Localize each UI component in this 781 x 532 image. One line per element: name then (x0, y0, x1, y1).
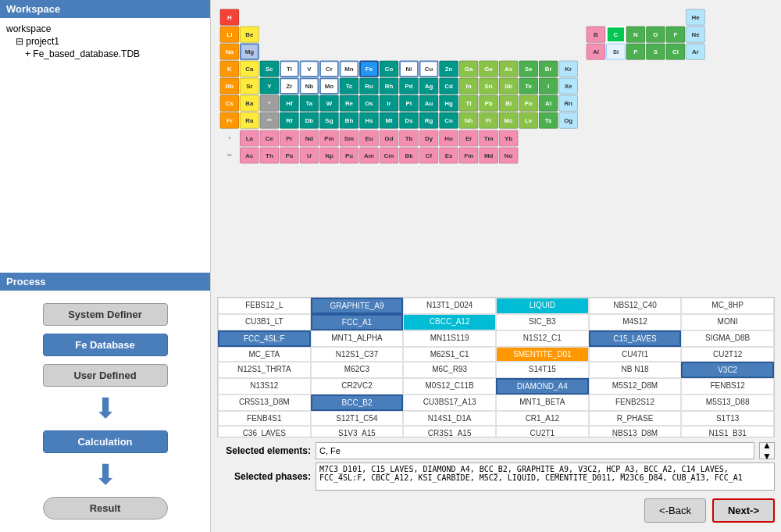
element-Fl[interactable]: Fl (479, 112, 498, 129)
element-P[interactable]: P (626, 44, 646, 60)
element-Sb[interactable]: Sb (499, 78, 519, 95)
element-W[interactable]: W (319, 95, 339, 112)
element-Ta[interactable]: Ta (300, 95, 319, 112)
element-Bk[interactable]: Bk (399, 147, 419, 163)
element-Hg[interactable]: Hg (439, 95, 458, 112)
fe-database-button[interactable]: Fe Database (43, 334, 168, 356)
selected-elements-input[interactable] (316, 442, 754, 459)
element-Cu[interactable]: Cu (419, 61, 439, 77)
element-Rn[interactable]: Rn (558, 95, 578, 112)
element-Dy[interactable]: Dy (419, 130, 439, 146)
element-Er[interactable]: Er (459, 130, 479, 146)
element-H[interactable]: H (220, 9, 240, 26)
phase-cell[interactable]: N14S1_D1A (403, 411, 496, 426)
element-Co[interactable]: Co (380, 61, 399, 77)
phase-cell[interactable]: MC_8HP (681, 298, 774, 314)
element-Al[interactable]: Al (587, 44, 606, 60)
element-Gd[interactable]: Gd (380, 130, 399, 146)
phase-cell[interactable]: C36_LAVES (218, 426, 311, 437)
element-Bh[interactable]: Bh (340, 112, 359, 129)
phase-cell[interactable]: S1V3_A15 (311, 426, 404, 437)
phase-cell[interactable]: CU3B1_LT (218, 314, 311, 330)
element-Sc[interactable]: Sc (260, 61, 280, 77)
phase-cell[interactable]: S14T15 (496, 362, 589, 378)
element-Rg[interactable]: Rg (419, 112, 439, 129)
element-Rh[interactable]: Rh (380, 78, 399, 95)
element-Se[interactable]: Se (519, 61, 538, 77)
tree-project1[interactable]: ⊟ project1 (6, 35, 204, 48)
element-I[interactable]: I (539, 78, 558, 95)
element-Si[interactable]: Si (606, 44, 626, 60)
phase-cell[interactable]: MONI (681, 314, 774, 330)
element-Rf[interactable]: Rf (280, 112, 299, 129)
element-B[interactable]: B (587, 27, 606, 43)
element-Ho[interactable]: Ho (439, 130, 458, 146)
element-Tc[interactable]: Tc (340, 78, 359, 95)
phase-cell[interactable]: M6C_R93 (403, 362, 496, 378)
phase-cell[interactable]: CU2T1 (496, 426, 589, 437)
phase-cell[interactable]: CR5S13_D8M (218, 395, 311, 411)
element-K[interactable]: K (220, 61, 240, 77)
phase-cell[interactable]: MNT1_ALPHA (311, 330, 404, 347)
element-No[interactable]: No (499, 147, 519, 163)
element-Ni[interactable]: Ni (399, 61, 419, 77)
element-Ag[interactable]: Ag (419, 78, 439, 95)
element-Ra[interactable]: Ra (240, 112, 259, 129)
element-Ba[interactable]: Ba (240, 95, 259, 112)
element-Sn[interactable]: Sn (479, 78, 498, 95)
element-S[interactable]: S (646, 44, 665, 60)
phase-cell[interactable]: N1S1_B31 (681, 426, 774, 437)
element-Ge[interactable]: Ge (479, 61, 498, 77)
phase-cell[interactable]: DIAMOND_A4 (496, 378, 589, 395)
phase-cell[interactable]: FENB4S1 (218, 411, 311, 426)
back-button[interactable]: <-Back (644, 498, 706, 523)
element-Re[interactable]: Re (340, 95, 359, 112)
phase-cell[interactable]: FEBS12_L (218, 298, 311, 314)
phase-cell[interactable]: N1S12_C1 (496, 330, 589, 347)
element-Os[interactable]: Os (359, 95, 379, 112)
phase-cell[interactable]: N12S1_THRTA (218, 362, 311, 378)
element-Mn[interactable]: Mn (340, 61, 359, 77)
element-Po[interactable]: Po (519, 95, 538, 112)
element-Cs[interactable]: Cs (220, 95, 240, 112)
phase-cell[interactable]: FCC_A1 (311, 314, 404, 330)
element-Og[interactable]: Og (558, 112, 578, 129)
phase-cell[interactable]: CBCC_A12 (403, 314, 496, 330)
phase-cell[interactable]: NB N18 (589, 362, 682, 378)
phase-cell[interactable]: NBS12_C40 (589, 298, 682, 314)
element-Cr[interactable]: Cr (319, 61, 339, 77)
element-Ne[interactable]: Ne (686, 27, 705, 43)
element-Mt[interactable]: Mt (380, 112, 399, 129)
element-Cf[interactable]: Cf (419, 147, 439, 163)
phase-cell[interactable]: S12T1_C54 (311, 411, 404, 426)
element-C[interactable]: C (606, 27, 626, 43)
element-F[interactable]: F (666, 27, 686, 43)
element-Cm[interactable]: Cm (380, 147, 399, 163)
phase-cell[interactable]: CU2T12 (681, 347, 774, 362)
element-Eu[interactable]: Eu (359, 130, 379, 146)
element-N[interactable]: N (626, 27, 646, 43)
element-Na[interactable]: Na (220, 44, 240, 60)
element-Nh[interactable]: Nh (459, 112, 479, 129)
element-Tl[interactable]: Tl (459, 95, 479, 112)
element-Ds[interactable]: Ds (399, 112, 419, 129)
phase-cell[interactable]: FENB2S12 (589, 395, 682, 411)
element-Pt[interactable]: Pt (399, 95, 419, 112)
result-button[interactable]: Result (43, 497, 168, 520)
next-button[interactable]: Next-> (712, 498, 775, 523)
element-Ts[interactable]: Ts (539, 112, 558, 129)
phase-cell[interactable]: GRAPHITE_A9 (311, 298, 404, 314)
element-Te[interactable]: Te (519, 78, 538, 95)
phase-cell[interactable]: MC_ETA (218, 347, 311, 362)
element-Np[interactable]: Np (319, 147, 339, 163)
element-Fm[interactable]: Fm (459, 147, 479, 163)
element-Au[interactable]: Au (419, 95, 439, 112)
element-Zn[interactable]: Zn (439, 61, 458, 77)
elements-spinner[interactable]: ▲▼ (759, 442, 775, 459)
phase-cell[interactable]: BCC_B2 (311, 395, 404, 411)
user-defined-button[interactable]: User Defined (43, 364, 168, 387)
phase-cell[interactable]: MNT1_BETA (496, 395, 589, 411)
phase-cell[interactable]: M0S12_C11B (403, 378, 496, 395)
phase-cell[interactable]: C15_LAVES (589, 330, 682, 347)
element-Ac[interactable]: Ac (240, 147, 259, 163)
